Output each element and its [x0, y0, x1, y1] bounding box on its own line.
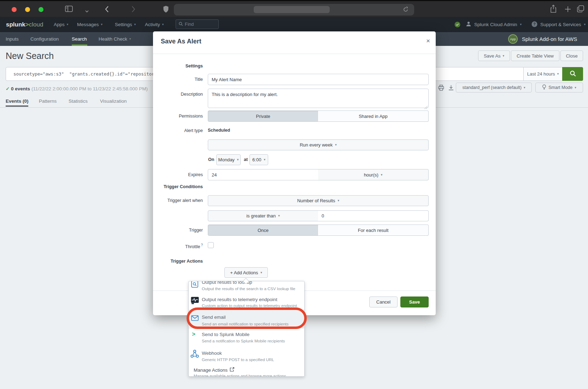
sidebar-chevron-down-icon[interactable]	[85, 8, 89, 14]
nav-menu-apps[interactable]: Apps▾	[54, 17, 68, 32]
support-menu[interactable]: ? Support & Services ▾	[531, 17, 586, 32]
menu-item-send-email[interactable]: Send email	[202, 315, 226, 320]
search-context-dropdown[interactable]: standard_perf (search default)▾	[456, 83, 532, 92]
expires-value-input[interactable]	[208, 169, 318, 180]
caret-down-icon: ▾	[335, 143, 337, 146]
trigger-once-option[interactable]: Once	[208, 225, 318, 236]
search-mode-dropdown[interactable]: Smart Mode▾	[535, 83, 583, 92]
caret-down-icon: ▾	[67, 23, 69, 26]
export-icon[interactable]	[448, 85, 454, 92]
throttle-label: Throttle?	[161, 243, 203, 250]
caret-down-icon: ▾	[381, 173, 383, 176]
new-tab-icon[interactable]	[565, 6, 571, 14]
find-input[interactable]	[185, 22, 213, 27]
appnav-search[interactable]: Search	[72, 32, 87, 46]
permissions-private-option[interactable]: Private	[208, 110, 318, 122]
save-as-button[interactable]: Save As▾	[478, 50, 510, 61]
threshold-input[interactable]	[318, 210, 429, 221]
trigger-for-each-option[interactable]: For each result	[318, 225, 429, 236]
tab-overview-icon[interactable]	[577, 5, 584, 14]
app-context-title[interactable]: Splunk Add-on for AWS	[522, 32, 577, 46]
caret-down-icon: ▾	[278, 214, 280, 217]
time-dropdown[interactable]: 6:00▾	[249, 154, 268, 165]
events-time-range: (11/22/22 2:00:00.000 PM to 11/23/22 2:4…	[31, 86, 148, 91]
comparator-dropdown[interactable]: is greater than▾	[208, 210, 318, 221]
traffic-light-close[interactable]	[12, 7, 17, 12]
splunk-logo[interactable]: splunk>cloud	[6, 17, 43, 32]
tab-events[interactable]: Events (0)	[6, 98, 29, 104]
find-search-box[interactable]	[176, 19, 219, 29]
save-button[interactable]: Save	[400, 297, 429, 307]
menu-item-send-email-desc: Send an email notification to specified …	[202, 322, 288, 326]
caret-down-icon: ▾	[162, 23, 164, 26]
splunk-mobile-icon: >	[192, 331, 195, 338]
nav-menu-settings[interactable]: Settings▾	[115, 17, 136, 32]
events-status-line: ✓ 0 events (11/22/22 2:00:00.000 PM to 1…	[6, 86, 148, 91]
close-icon[interactable]: ×	[426, 37, 430, 45]
lookup-icon	[191, 281, 198, 289]
share-icon[interactable]	[550, 5, 557, 15]
cancel-button[interactable]: Cancel	[369, 297, 398, 307]
alert-title-input[interactable]	[208, 74, 429, 85]
appnav-health-check[interactable]: Health Check▾	[99, 32, 131, 46]
email-icon	[191, 315, 199, 322]
page-title: New Search	[6, 51, 54, 61]
tab-statistics[interactable]: Statistics	[69, 98, 88, 104]
alert-description-input[interactable]: This is a description for my alert.	[208, 89, 429, 108]
trigger-alert-when-label: Trigger alert when	[161, 198, 203, 203]
address-bar[interactable]	[174, 4, 414, 16]
menu-item-webhook-desc: Generic HTTP POST to a specified URL	[202, 358, 274, 362]
support-label: Support & Services	[540, 22, 581, 27]
privacy-shield-icon[interactable]	[163, 5, 169, 15]
add-actions-button[interactable]: + Add Actions▾	[224, 267, 268, 278]
appnav-configuration[interactable]: Configuration	[30, 32, 59, 46]
svg-text:?: ?	[533, 22, 535, 26]
menu-item-splunk-mobile[interactable]: Send to Splunk Mobile	[202, 332, 249, 337]
tab-visualization[interactable]: Visualization	[100, 98, 127, 104]
forward-icon[interactable]	[131, 6, 136, 14]
caret-down-icon: ▾	[264, 158, 265, 161]
trigger-metric-dropdown[interactable]: Number of Results▾	[208, 195, 429, 206]
permissions-label: Permissions	[161, 113, 203, 119]
manage-actions-link[interactable]: Manage Actions	[194, 367, 234, 373]
traffic-light-zoom[interactable]	[39, 7, 43, 12]
tab-patterns[interactable]: Patterns	[39, 98, 57, 104]
reload-icon[interactable]	[403, 7, 408, 14]
resize-grip-icon[interactable]	[424, 104, 428, 110]
permissions-shared-option[interactable]: Shared in App	[318, 110, 429, 122]
menu-item-webhook[interactable]: Webhook	[202, 351, 222, 356]
expires-unit-dropdown[interactable]: hour(s)▾	[318, 169, 429, 180]
time-range-picker[interactable]: Last 24 hours▾	[523, 67, 563, 81]
nav-menu-messages[interactable]: Messages▾	[77, 17, 102, 32]
schedule-dropdown[interactable]: Run every week▾	[208, 139, 429, 150]
appnav-inputs[interactable]: Inputs	[6, 32, 19, 46]
caret-down-icon: ▾	[575, 86, 576, 89]
caret-down-icon: ▾	[134, 23, 136, 26]
menu-item-output-lookup-desc: Output the results of the search to a CS…	[202, 287, 295, 291]
app-badge: App	[508, 34, 518, 44]
success-check-icon: ✓	[6, 86, 10, 91]
traffic-light-minimize[interactable]	[25, 7, 30, 12]
throttle-help-icon[interactable]: ?	[201, 243, 203, 247]
account-label: Splunk Cloud Admin	[474, 22, 517, 27]
trigger-conditions-heading: Trigger Conditions	[161, 184, 203, 190]
settings-heading: Settings	[161, 63, 203, 69]
help-icon: ?	[531, 21, 537, 28]
alert-type-label: Alert type	[161, 128, 203, 133]
sidebar-icon[interactable]	[65, 5, 73, 14]
menu-item-telemetry[interactable]: Output results to telemetry endpoint	[202, 297, 277, 302]
back-icon[interactable]	[105, 6, 109, 14]
create-table-view-button[interactable]: Create Table View	[511, 50, 559, 61]
status-check-icon[interactable]	[454, 22, 460, 29]
throttle-checkbox[interactable]	[208, 242, 214, 248]
run-search-button[interactable]	[562, 67, 583, 81]
account-menu[interactable]: Splunk Cloud Admin ▾	[466, 17, 522, 32]
day-dropdown[interactable]: Monday▾	[216, 154, 241, 165]
description-label: Description	[161, 91, 203, 97]
search-icon	[178, 21, 183, 28]
add-actions-menu: Output results to lookup Output the resu…	[188, 281, 305, 377]
nav-menu-activity[interactable]: Activity▾	[145, 17, 164, 32]
expires-label: Expires	[161, 172, 203, 178]
print-icon[interactable]	[438, 85, 444, 92]
close-search-button[interactable]: Close	[560, 50, 583, 61]
